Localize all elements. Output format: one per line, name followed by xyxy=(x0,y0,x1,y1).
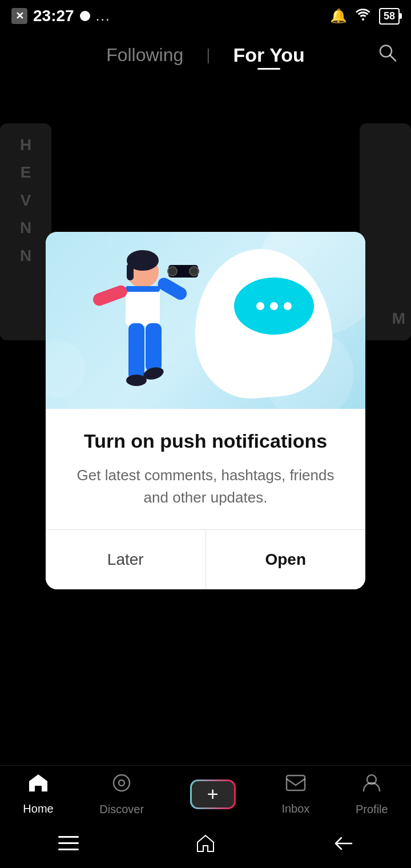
bottom-navigation: Home Discover + Inbox Profile xyxy=(0,765,411,822)
create-button[interactable]: + xyxy=(190,779,236,809)
discover-label: Discover xyxy=(99,803,144,816)
status-left: ✕ 23:27 ... xyxy=(11,7,111,25)
later-button[interactable]: Later xyxy=(46,530,206,589)
modal-text-content: Turn on push notifications Get latest co… xyxy=(46,409,365,509)
search-icon[interactable] xyxy=(377,42,397,68)
chat-dot-2 xyxy=(270,302,278,310)
tab-following[interactable]: Following xyxy=(106,45,183,66)
tab-for-you[interactable]: For You xyxy=(233,44,305,66)
back-button[interactable] xyxy=(332,835,353,856)
tab-divider: | xyxy=(206,46,210,64)
svg-point-11 xyxy=(190,267,199,276)
bell-icon: 🔔 xyxy=(330,8,347,24)
svg-rect-21 xyxy=(58,842,79,844)
home-system-button[interactable] xyxy=(195,833,216,858)
chat-dot-3 xyxy=(284,302,292,310)
profile-label: Profile xyxy=(356,803,388,816)
header-tabs: Following | For You xyxy=(106,44,305,66)
wifi-icon xyxy=(355,8,371,24)
inbox-icon xyxy=(285,773,306,798)
status-more: ... xyxy=(96,8,111,24)
nav-inbox[interactable]: Inbox xyxy=(281,773,309,815)
person-illustration xyxy=(80,249,206,409)
modal-buttons: Later Open xyxy=(46,529,365,589)
svg-rect-8 xyxy=(156,275,190,302)
status-indicator xyxy=(80,11,90,21)
nav-profile[interactable]: Profile xyxy=(356,773,388,816)
modal-description: Get latest comments, hashtags, friends a… xyxy=(68,464,342,509)
push-notification-modal: Turn on push notifications Get latest co… xyxy=(46,232,365,589)
home-label: Home xyxy=(23,802,53,815)
nav-home[interactable]: Home xyxy=(23,773,53,815)
inbox-label: Inbox xyxy=(281,802,309,815)
nav-discover[interactable]: Discover xyxy=(99,773,144,816)
svg-rect-6 xyxy=(126,286,160,292)
svg-rect-18 xyxy=(287,775,305,790)
chat-dot-1 xyxy=(256,302,264,310)
status-time: 23:27 xyxy=(33,7,74,25)
open-button[interactable]: Open xyxy=(206,530,366,589)
svg-rect-4 xyxy=(127,263,134,280)
svg-rect-7 xyxy=(91,284,129,308)
svg-rect-20 xyxy=(58,836,79,838)
modal-title: Turn on push notifications xyxy=(68,429,342,453)
discover-icon xyxy=(111,773,132,798)
svg-line-1 xyxy=(390,55,396,61)
status-right: 🔔 58 xyxy=(330,8,400,25)
svg-rect-13 xyxy=(146,323,162,372)
plus-icon: + xyxy=(207,783,219,805)
svg-point-14 xyxy=(126,375,147,386)
menu-button[interactable] xyxy=(58,836,79,855)
svg-point-16 xyxy=(114,775,130,791)
home-icon xyxy=(28,773,49,798)
main-content: H E V N N M xyxy=(0,78,411,765)
svg-rect-22 xyxy=(58,849,79,850)
profile-icon xyxy=(361,773,382,798)
modal-illustration xyxy=(46,232,365,409)
svg-point-17 xyxy=(119,780,124,786)
svg-rect-5 xyxy=(126,286,160,326)
chat-bubble xyxy=(234,278,314,335)
svg-point-10 xyxy=(168,267,177,276)
main-header: Following | For You xyxy=(0,32,411,78)
system-nav-bar xyxy=(0,822,411,868)
status-bar: ✕ 23:27 ... 🔔 58 xyxy=(0,0,411,32)
battery-indicator: 58 xyxy=(379,8,400,25)
x-app-icon: ✕ xyxy=(11,8,27,24)
svg-rect-12 xyxy=(128,323,144,380)
